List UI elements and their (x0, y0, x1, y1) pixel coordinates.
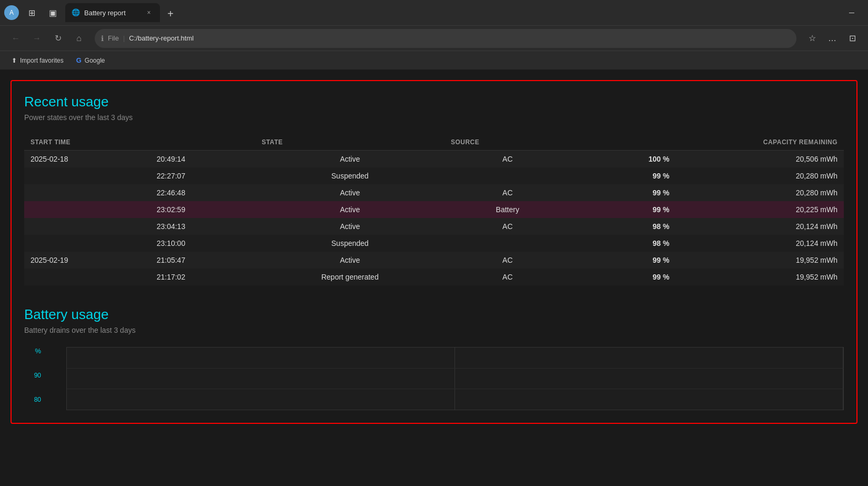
cell-state: Active (255, 201, 445, 218)
cell-capacity-mwh: 20,124 mWh (675, 235, 844, 252)
new-tab-button[interactable]: + (162, 5, 179, 22)
cell-state: Suspended (255, 235, 445, 252)
address-separator: | (123, 34, 125, 42)
col-header-state: STATE (255, 134, 445, 151)
page-content: Recent usage Power states over the last … (0, 70, 868, 486)
cell-state: Active (255, 218, 445, 235)
refresh-button[interactable]: ↻ (48, 29, 67, 48)
cell-capacity-pct: 100 % (571, 151, 676, 168)
table-row: 23:02:59ActiveBattery99 %20,225 mWh (24, 201, 844, 218)
profile-avatar[interactable]: A (4, 5, 19, 20)
col-header-capacity: CAPACITY REMAINING (571, 134, 844, 151)
battery-chart-grid (66, 347, 844, 410)
tab-strip-icon[interactable]: ⊞ (23, 4, 40, 21)
favorites-button[interactable]: ☆ (803, 29, 822, 48)
back-button[interactable]: ← (6, 29, 25, 48)
import-favorites-label: Import favorites (20, 57, 64, 64)
settings-icon: … (828, 34, 836, 43)
cell-time: 20:49:14 (150, 151, 256, 168)
profile-initial: A (9, 9, 14, 16)
bookmark-import-favorites[interactable]: ⬆ Import favorites (6, 54, 69, 67)
cell-date (24, 235, 150, 252)
cell-time: 23:02:59 (150, 201, 256, 218)
cell-capacity-mwh: 19,952 mWh (675, 269, 844, 285)
cell-capacity-mwh: 20,280 mWh (675, 184, 844, 201)
cell-capacity-pct: 99 % (571, 201, 676, 218)
cell-time: 21:05:47 (150, 252, 256, 269)
cell-capacity-pct: 99 % (571, 269, 676, 285)
cell-date (24, 269, 150, 285)
table-row: 21:17:02Report generatedAC99 %19,952 mWh (24, 269, 844, 285)
home-button[interactable]: ⌂ (69, 29, 88, 48)
cell-capacity-mwh: 20,124 mWh (675, 218, 844, 235)
import-favorites-icon: ⬆ (12, 57, 17, 64)
col-header-start-time: START TIME (24, 134, 255, 151)
sidebar-toggle[interactable]: ▣ (44, 4, 61, 21)
cell-state: Active (255, 184, 445, 201)
table-row: 22:27:07Suspended99 %20,280 mWh (24, 167, 844, 184)
table-row: 22:46:48ActiveAC99 %20,280 mWh (24, 184, 844, 201)
title-bar: A ⊞ ▣ 🌐 Battery report × + ─ (0, 0, 868, 25)
bookmark-google[interactable]: G Google (71, 54, 110, 67)
table-row: 2025-02-1820:49:14ActiveAC100 %20,506 mW… (24, 151, 844, 168)
cell-date: 2025-02-18 (24, 151, 150, 168)
star-icon: ☆ (809, 33, 816, 43)
table-row: 2025-02-1921:05:47ActiveAC99 %19,952 mWh (24, 252, 844, 269)
tab-bar: 🌐 Battery report × + (65, 3, 835, 22)
cell-capacity-mwh: 19,952 mWh (675, 252, 844, 269)
table-row: 23:04:13ActiveAC98 %20,124 mWh (24, 218, 844, 235)
cell-source (445, 167, 571, 184)
cell-date (24, 201, 150, 218)
chart-hline-2 (67, 389, 843, 389)
cell-date (24, 218, 150, 235)
cell-source: AC (445, 269, 571, 285)
recent-usage-section: Recent usage Power states over the last … (24, 94, 844, 285)
nav-toolbar-right: ☆ … ⊡ (803, 29, 862, 48)
browser-chrome: A ⊞ ▣ 🌐 Battery report × + ─ ← → ↻ ⌂ (0, 0, 868, 70)
cell-time: 23:04:13 (150, 218, 256, 235)
tab-close-button[interactable]: × (144, 8, 154, 17)
back-icon: ← (12, 34, 20, 43)
chart-section-2 (455, 348, 843, 410)
table-header-row: START TIME STATE SOURCE CAPACITY REMAINI… (24, 134, 844, 151)
tab-favicon: 🌐 (72, 8, 80, 17)
chart-section-1 (67, 348, 455, 410)
cell-capacity-mwh: 20,225 mWh (675, 201, 844, 218)
cell-time: 22:27:07 (150, 167, 256, 184)
refresh-icon: ↻ (55, 33, 62, 43)
cell-capacity-pct: 99 % (571, 167, 676, 184)
window-controls: ─ (840, 4, 864, 21)
cell-date (24, 184, 150, 201)
chart-y-label-percent: % (35, 347, 41, 355)
forward-icon: → (33, 34, 41, 43)
address-url: C:/battery-report.html (129, 34, 790, 42)
minimize-button[interactable]: ─ (840, 4, 864, 21)
chart-y-value-90: 90 (34, 372, 41, 379)
nav-bar: ← → ↻ ⌂ ℹ File | C:/battery-report.html … (0, 25, 868, 51)
cell-source: AC (445, 184, 571, 201)
cell-capacity-pct: 99 % (571, 184, 676, 201)
chart-y-value-80: 80 (34, 396, 41, 403)
cell-source: AC (445, 218, 571, 235)
google-icon: G (76, 56, 82, 64)
cell-source: Battery (445, 201, 571, 218)
battery-usage-title: Battery usage (24, 306, 844, 323)
battery-usage-subtitle: Battery drains over the last 3 days (24, 326, 844, 334)
table-row: 23:10:00Suspended98 %20,124 mWh (24, 235, 844, 252)
cell-time: 21:17:02 (150, 269, 256, 285)
table-body: 2025-02-1820:49:14ActiveAC100 %20,506 mW… (24, 151, 844, 286)
cell-date (24, 167, 150, 184)
active-tab[interactable]: 🌐 Battery report × (65, 3, 160, 22)
cell-capacity-mwh: 20,506 mWh (675, 151, 844, 168)
report-container: Recent usage Power states over the last … (11, 80, 857, 424)
recent-usage-subtitle: Power states over the last 3 days (24, 113, 844, 122)
forward-button[interactable]: → (27, 29, 46, 48)
address-bar[interactable]: ℹ File | C:/battery-report.html (95, 29, 796, 48)
split-view-button[interactable]: ⊡ (843, 29, 862, 48)
google-label: Google (85, 57, 105, 64)
cell-capacity-mwh: 20,280 mWh (675, 167, 844, 184)
home-icon: ⌂ (76, 34, 82, 43)
chart-hline-1 (67, 368, 843, 369)
cell-state: Report generated (255, 269, 445, 285)
settings-button[interactable]: … (823, 29, 842, 48)
